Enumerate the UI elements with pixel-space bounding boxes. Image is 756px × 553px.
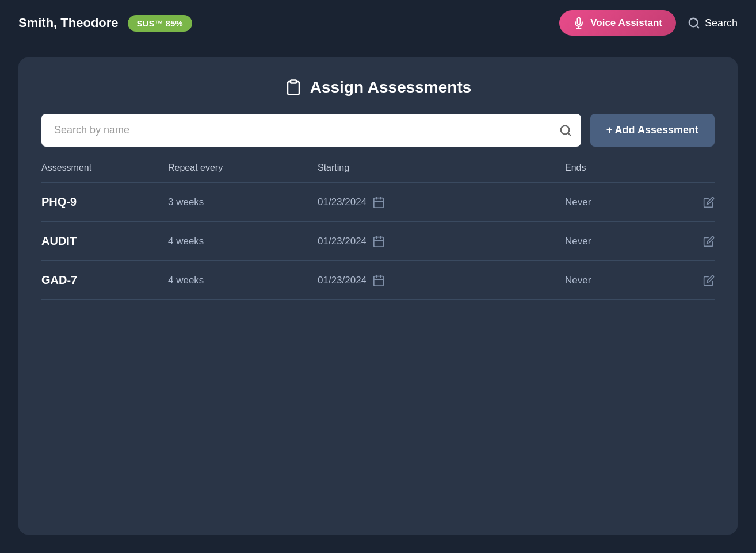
voice-assistant-label: Voice Assistant (590, 17, 662, 29)
cell-edit-0 (680, 197, 715, 208)
add-assessment-button[interactable]: + Add Assessment (590, 114, 715, 147)
cell-assessment-2: GAD-7 (41, 274, 168, 287)
page-title-row: Assign Assessments (41, 78, 715, 97)
col-assessment: Assessment (41, 163, 168, 173)
starting-date-0: 01/23/2024 (318, 197, 366, 208)
search-header-icon (688, 17, 700, 29)
sus-badge: SUS™ 85% (128, 15, 192, 32)
cell-starting-0: 01/23/2024 (318, 196, 565, 209)
svg-rect-4 (291, 80, 296, 83)
cell-ends-2: Never (565, 275, 680, 286)
calendar-icon-2[interactable] (372, 274, 385, 287)
cell-assessment-0: PHQ-9 (41, 195, 168, 209)
main-content: Assign Assessments + Add Assessment Asse… (0, 46, 756, 553)
svg-line-6 (568, 133, 570, 135)
header-left: Smith, Theodore SUS™ 85% (18, 15, 192, 32)
cell-ends-1: Never (565, 236, 680, 247)
search-container (41, 114, 581, 147)
card: Assign Assessments + Add Assessment Asse… (18, 57, 738, 535)
search-icon-button[interactable] (559, 124, 572, 137)
svg-rect-11 (374, 237, 384, 247)
table-header: Assessment Repeat every Starting Ends (41, 163, 715, 182)
cell-repeat-1: 4 weeks (168, 236, 318, 247)
page-title: Assign Assessments (310, 78, 472, 97)
edit-button-2[interactable] (703, 275, 715, 286)
svg-line-3 (696, 25, 698, 28)
col-starting: Starting (318, 163, 565, 173)
cell-edit-2 (680, 275, 715, 286)
calendar-icon-1[interactable] (372, 235, 385, 248)
starting-date-1: 01/23/2024 (318, 236, 366, 247)
cell-assessment-1: AUDIT (41, 235, 168, 248)
cell-ends-0: Never (565, 197, 680, 208)
header: Smith, Theodore SUS™ 85% Voice Assistant (0, 0, 756, 46)
col-actions (680, 163, 715, 173)
col-repeat-every: Repeat every (168, 163, 318, 173)
svg-rect-7 (374, 198, 384, 208)
svg-rect-15 (374, 276, 384, 286)
starting-date-2: 01/23/2024 (318, 275, 366, 286)
col-ends: Ends (565, 163, 680, 173)
table-body: PHQ-9 3 weeks 01/23/2024 Never (41, 182, 715, 300)
cell-repeat-2: 4 weeks (168, 275, 318, 286)
table-row: GAD-7 4 weeks 01/23/2024 Never (41, 260, 715, 300)
header-right: Voice Assistant Search (559, 10, 738, 36)
microphone-icon (573, 17, 585, 29)
search-button[interactable]: Search (688, 17, 738, 29)
search-input[interactable] (41, 114, 581, 147)
cell-repeat-0: 3 weeks (168, 197, 318, 208)
table-row: AUDIT 4 weeks 01/23/2024 Never (41, 221, 715, 260)
cell-starting-2: 01/23/2024 (318, 274, 565, 287)
table-row: PHQ-9 3 weeks 01/23/2024 Never (41, 182, 715, 221)
user-name: Smith, Theodore (18, 16, 119, 30)
search-add-row: + Add Assessment (41, 114, 715, 147)
edit-button-0[interactable] (703, 197, 715, 208)
voice-assistant-button[interactable]: Voice Assistant (559, 10, 676, 36)
calendar-icon-0[interactable] (372, 196, 385, 209)
edit-button-1[interactable] (703, 236, 715, 247)
cell-edit-1 (680, 236, 715, 247)
assessments-table: Assessment Repeat every Starting Ends PH… (41, 163, 715, 514)
cell-starting-1: 01/23/2024 (318, 235, 565, 248)
clipboard-icon (285, 79, 302, 96)
search-label: Search (705, 17, 738, 29)
